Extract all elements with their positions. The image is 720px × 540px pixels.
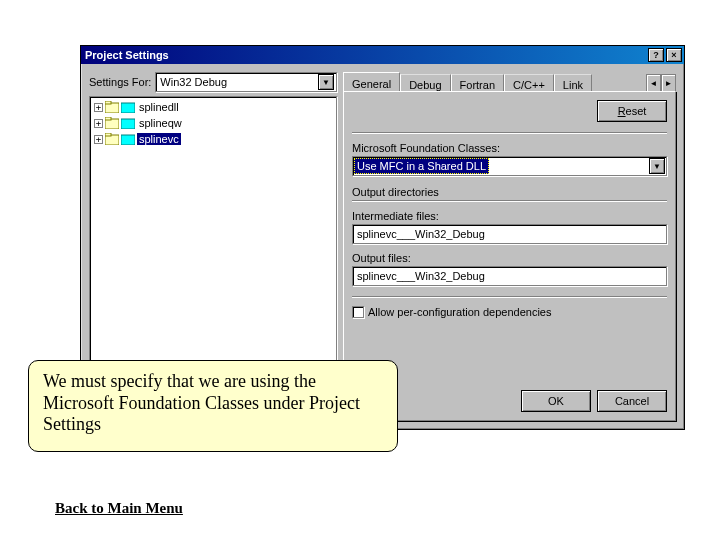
tree-item-label: splineqw xyxy=(137,117,184,129)
perconfig-checkbox[interactable] xyxy=(352,306,364,318)
tree-item[interactable]: + splinevc xyxy=(92,131,334,147)
tree-item[interactable]: + splineqw xyxy=(92,115,334,131)
project-icon xyxy=(105,133,119,145)
intermediate-field[interactable]: splinevc___Win32_Debug xyxy=(352,224,667,244)
cancel-button[interactable]: Cancel xyxy=(597,390,667,412)
perconfig-label: Allow per-configuration dependencies xyxy=(368,306,551,318)
svg-rect-6 xyxy=(121,119,135,129)
tab-row: General Debug Fortran C/C++ Link ◄ ► xyxy=(343,72,676,92)
annotation-callout: We must specify that we are using the Mi… xyxy=(28,360,398,452)
separator xyxy=(352,296,667,298)
project-icon xyxy=(105,101,119,113)
titlebar: Project Settings ? × xyxy=(81,46,684,64)
project-icon xyxy=(105,117,119,129)
output-dirs-label: Output directories xyxy=(352,186,667,198)
tree-item-label: splinevc xyxy=(137,133,181,145)
back-to-main-menu-link[interactable]: Back to Main Menu xyxy=(55,500,183,517)
tree-item[interactable]: + splinedll xyxy=(92,99,334,115)
expand-icon[interactable]: + xyxy=(94,119,103,128)
help-button[interactable]: ? xyxy=(648,48,664,62)
chevron-down-icon: ▼ xyxy=(318,74,334,90)
mfc-label: Microsoft Foundation Classes: xyxy=(352,142,667,154)
callout-text: We must specify that we are using the Mi… xyxy=(43,371,360,434)
reset-button[interactable]: Reset xyxy=(597,100,667,122)
tree-item-label: splinedll xyxy=(137,101,181,113)
folder-icon xyxy=(121,117,135,129)
separator xyxy=(352,132,667,134)
svg-rect-2 xyxy=(105,101,111,104)
dialog-title: Project Settings xyxy=(83,49,646,61)
ok-button[interactable]: OK xyxy=(521,390,591,412)
tab-debug[interactable]: Debug xyxy=(400,74,450,92)
svg-rect-3 xyxy=(121,103,135,113)
tab-scroll-left[interactable]: ◄ xyxy=(646,74,661,92)
svg-rect-5 xyxy=(105,117,111,120)
expand-icon[interactable]: + xyxy=(94,103,103,112)
settings-for-combo[interactable]: Win32 Debug ▼ xyxy=(155,72,337,92)
tab-scroll-right[interactable]: ► xyxy=(661,74,676,92)
output-files-field[interactable]: splinevc___Win32_Debug xyxy=(352,266,667,286)
folder-icon xyxy=(121,133,135,145)
separator xyxy=(352,200,667,202)
expand-icon[interactable]: + xyxy=(94,135,103,144)
mfc-value: Use MFC in a Shared DLL xyxy=(354,158,489,174)
folder-icon xyxy=(121,101,135,113)
chevron-down-icon: ▼ xyxy=(649,158,665,174)
close-button[interactable]: × xyxy=(666,48,682,62)
tab-fortran[interactable]: Fortran xyxy=(451,74,504,92)
intermediate-label: Intermediate files: xyxy=(352,210,667,222)
svg-rect-9 xyxy=(121,135,135,145)
tab-link[interactable]: Link xyxy=(554,74,592,92)
settings-for-label: Settings For: xyxy=(89,76,151,88)
settings-for-value: Win32 Debug xyxy=(160,76,227,88)
tab-general[interactable]: General xyxy=(343,72,400,92)
close-icon: × xyxy=(671,51,676,60)
mfc-combo[interactable]: Use MFC in a Shared DLL ▼ xyxy=(352,156,667,176)
svg-rect-8 xyxy=(105,133,111,136)
tab-cpp[interactable]: C/C++ xyxy=(504,74,554,92)
help-icon: ? xyxy=(653,51,659,60)
output-files-label: Output files: xyxy=(352,252,667,264)
